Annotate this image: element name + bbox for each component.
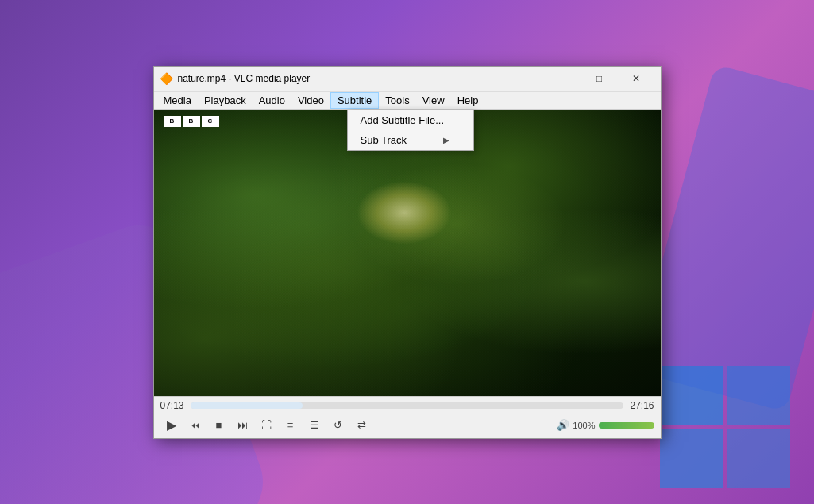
dropdown-add-subtitle[interactable]: Add Subtitle File... [348,110,473,130]
play-button[interactable]: ▶ [160,416,183,435]
title-bar: 🔶 nature.mp4 - VLC media player ─ □ ✕ [154,67,661,92]
bbc-logo: B B C [164,116,219,127]
jungle-texture [154,110,661,396]
win-tile-3 [660,429,723,488]
volume-fill [599,422,654,429]
win-tile-4 [727,429,790,488]
playlist-button[interactable]: ☰ [303,416,326,435]
random-button[interactable]: ⇄ [351,416,373,435]
vlc-cone-icon: 🔶 [160,72,173,85]
video-frame: B B C [154,110,661,396]
window-controls: ─ □ ✕ [545,66,654,91]
maximize-button[interactable]: □ [581,66,618,91]
controls-bar: 07:13 27:16 ▶ ⏮ ■ ⏭ ⛶ ≡ ☰ ↺ ⇄ 🔊 100% [154,396,661,438]
window-title: nature.mp4 - VLC media player [178,73,545,84]
minimize-button[interactable]: ─ [545,66,581,91]
vlc-icon: 🔶 [160,72,173,85]
volume-percentage: 100% [573,421,595,430]
fullscreen-button[interactable]: ⛶ [256,416,278,435]
prev-button[interactable]: ⏮ [184,416,206,435]
menu-view[interactable]: View [416,93,451,108]
loop-button[interactable]: ↺ [327,416,349,435]
stop-button[interactable]: ■ [208,416,230,435]
video-area[interactable]: B B C [154,110,661,396]
progress-fill [191,402,303,409]
bbc-c: C [202,116,219,127]
next-button[interactable]: ⏭ [232,416,254,435]
menu-playback[interactable]: Playback [198,93,253,108]
total-time: 27:16 [630,400,654,411]
playback-controls: ▶ ⏮ ■ ⏭ ⛶ ≡ ☰ ↺ ⇄ 🔊 100% [154,414,661,438]
volume-slider[interactable] [599,422,654,429]
vlc-window: 🔶 nature.mp4 - VLC media player ─ □ ✕ Me… [153,66,662,439]
volume-area: 🔊 100% [557,419,654,431]
menu-bar: Media Playback Audio Video Subtitle Tool… [154,92,661,110]
menu-help[interactable]: Help [451,93,485,108]
progress-row: 07:13 27:16 [154,397,661,414]
menu-audio[interactable]: Audio [253,93,291,108]
extended-button[interactable]: ≡ [280,416,302,435]
add-subtitle-label: Add Subtitle File... [361,114,445,126]
current-time: 07:13 [160,400,184,411]
progress-bar[interactable] [191,402,624,409]
menu-tools[interactable]: Tools [379,93,415,108]
light-spot [357,181,452,244]
menu-media[interactable]: Media [157,93,198,108]
bbc-b1: B [164,116,181,127]
dropdown-sub-track[interactable]: Sub Track ▶ [348,130,473,150]
menu-video[interactable]: Video [291,93,330,108]
close-button[interactable]: ✕ [618,66,654,91]
subtitle-dropdown: Add Subtitle File... Sub Track ▶ [347,110,474,151]
sub-track-arrow-icon: ▶ [443,136,449,144]
sub-track-label: Sub Track [361,134,407,146]
menu-subtitle[interactable]: Subtitle [330,92,379,109]
bbc-b2: B [183,116,200,127]
volume-icon: 🔊 [557,419,569,431]
